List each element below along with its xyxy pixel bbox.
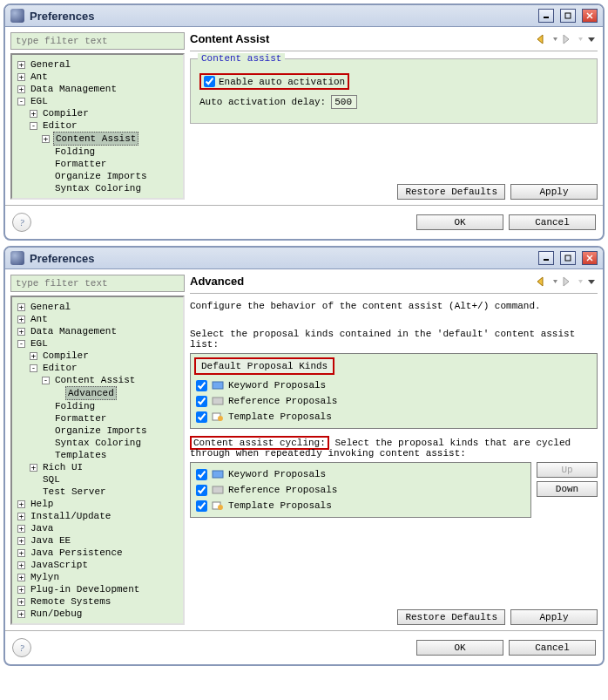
ok-button[interactable]: OK [416, 640, 503, 656]
cycling-reference-checkbox[interactable] [196, 485, 207, 496]
close-button[interactable] [582, 9, 598, 23]
forward-menu-icon[interactable] [576, 33, 585, 45]
svg-point-15 [218, 505, 223, 510]
apply-button[interactable]: Apply [510, 609, 598, 625]
titlebar[interactable]: Preferences [5, 248, 603, 269]
delay-input[interactable] [331, 95, 357, 109]
template-checkbox[interactable] [196, 411, 207, 423]
preferences-tree[interactable]: +General +Ant +Data Management -EGL +Com… [14, 301, 181, 620]
restore-defaults-button[interactable]: Restore Defaults [397, 184, 505, 200]
back-icon[interactable] [535, 275, 551, 288]
back-icon[interactable] [535, 33, 551, 45]
right-panel: Advanced Configure the behavior of the c… [190, 275, 598, 625]
minimize-button[interactable] [538, 251, 554, 265]
filter-input[interactable] [10, 275, 185, 292]
left-panel: +General +Ant +Data Management -EGL +Com… [10, 32, 185, 200]
help-icon[interactable]: ? [12, 638, 31, 657]
group-legend: Content assist [198, 53, 285, 64]
enable-auto-activation-checkbox[interactable] [204, 76, 215, 87]
view-menu-icon[interactable] [585, 33, 598, 45]
tree-item-advanced[interactable]: Advanced [65, 386, 117, 400]
svg-rect-9 [213, 398, 223, 404]
forward-menu-icon[interactable] [576, 275, 585, 288]
preferences-window-2: Preferences +General +Ant +Data Manageme… [3, 246, 605, 666]
enable-auto-activation-highlight: Enable auto activation [199, 73, 349, 90]
tree-item-content-assist[interactable]: Content Assist [53, 132, 138, 146]
left-panel: +General +Ant +Data Management -EGL +Com… [10, 275, 185, 625]
cancel-button[interactable]: Cancel [509, 214, 596, 230]
close-button[interactable] [582, 251, 598, 265]
list-item[interactable]: Template Proposals [194, 498, 527, 513]
keyword-icon [211, 467, 225, 481]
default-proposals-list: Default Proposal Kinds Keyword Proposals… [190, 353, 598, 429]
keyword-icon [211, 378, 225, 392]
forward-icon[interactable] [560, 275, 576, 288]
nav-arrows [535, 33, 598, 45]
preferences-tree[interactable]: +General +Ant +Data Management -EGL +Com… [14, 58, 181, 194]
cancel-button[interactable]: Cancel [509, 640, 596, 656]
expand-icon[interactable]: + [17, 73, 25, 81]
expand-icon[interactable]: + [17, 85, 25, 93]
maximize-button[interactable] [560, 9, 576, 23]
reference-icon [211, 394, 225, 408]
view-menu-icon[interactable] [585, 275, 598, 288]
cycling-template-checkbox[interactable] [196, 500, 207, 512]
expand-icon[interactable]: + [17, 61, 25, 69]
apply-button[interactable]: Apply [510, 184, 598, 200]
reference-icon [211, 483, 225, 497]
restore-defaults-button[interactable]: Restore Defaults [397, 609, 505, 625]
titlebar[interactable]: Preferences [5, 5, 603, 27]
forward-icon[interactable] [560, 33, 576, 45]
reference-checkbox[interactable] [196, 396, 207, 407]
down-button[interactable]: Down [537, 481, 598, 497]
window-title: Preferences [30, 252, 532, 265]
list-item[interactable]: Keyword Proposals [194, 377, 593, 393]
cycling-label-row: Content assist cycling: Select the propo… [190, 438, 598, 459]
svg-rect-5 [565, 255, 571, 261]
template-icon [211, 499, 225, 513]
collapse-icon[interactable]: - [30, 122, 37, 130]
list-item[interactable]: Keyword Proposals [194, 466, 527, 482]
filter-input[interactable] [10, 32, 185, 50]
ok-button[interactable]: OK [416, 214, 503, 230]
list-item[interactable]: Reference Proposals [194, 482, 527, 498]
default-list-label: Select the proposal kinds contained in t… [190, 329, 598, 350]
list-item[interactable]: Reference Proposals [194, 393, 593, 409]
list-item[interactable]: Template Proposals [194, 409, 593, 425]
window-title: Preferences [30, 10, 532, 23]
back-menu-icon[interactable] [551, 33, 560, 45]
back-menu-icon[interactable] [551, 275, 560, 288]
delay-label: Auto activation delay: [199, 97, 326, 107]
description-text: Configure the behavior of the content as… [190, 301, 598, 311]
svg-rect-13 [213, 486, 223, 493]
cycling-proposals-list: Keyword Proposals Reference Proposals Te… [190, 462, 531, 518]
template-icon [211, 410, 225, 424]
svg-rect-8 [213, 382, 223, 389]
preferences-window-1: Preferences +General +Ant +Data Manageme… [3, 3, 605, 241]
eclipse-icon [10, 9, 24, 23]
keyword-checkbox[interactable] [196, 380, 207, 391]
right-panel: Content Assist Content assist Enable aut… [190, 32, 598, 200]
svg-rect-1 [565, 13, 571, 18]
expand-icon[interactable]: + [30, 110, 37, 118]
minimize-button[interactable] [538, 9, 554, 23]
eclipse-icon [10, 251, 24, 265]
expand-icon[interactable]: + [42, 135, 50, 143]
page-title: Content Assist [190, 32, 535, 45]
enable-auto-activation-label: Enable auto activation [219, 77, 345, 87]
maximize-button[interactable] [560, 251, 576, 265]
content-assist-group: Content assist Enable auto activation Au… [190, 58, 598, 124]
help-icon[interactable]: ? [12, 213, 31, 232]
default-proposals-header: Default Proposal Kinds [194, 357, 334, 375]
cycling-keyword-checkbox[interactable] [196, 469, 207, 480]
svg-point-11 [218, 416, 223, 421]
nav-arrows [535, 275, 598, 288]
collapse-icon[interactable]: - [17, 98, 25, 105]
page-title: Advanced [190, 275, 535, 288]
up-button[interactable]: Up [537, 462, 598, 478]
svg-rect-12 [213, 471, 223, 478]
